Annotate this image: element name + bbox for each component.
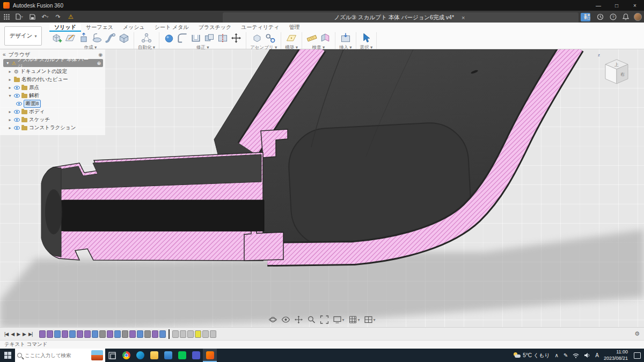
tab-sheet-metal[interactable]: シート メタル	[150, 23, 194, 32]
fit-icon[interactable]	[320, 315, 328, 324]
tab-utilities[interactable]: ユーティリティ	[236, 23, 284, 32]
model-viewport[interactable]: « ブラウザ ◉ ▾ ⚠ ノズル③ スカルプト 本体 バージ... ⊕ ▸ ⚙ …	[0, 49, 644, 327]
timeline-go-end-button[interactable]: ▶|	[28, 331, 32, 337]
timeline-feature[interactable]	[159, 330, 166, 338]
start-button[interactable]	[0, 349, 15, 362]
minimize-button[interactable]: —	[589, 0, 608, 11]
timeline-feature[interactable]	[202, 330, 209, 338]
new-component-icon[interactable]	[51, 32, 63, 44]
tab-surface[interactable]: サーフェス	[81, 23, 118, 32]
timeline-feature[interactable]	[122, 330, 128, 338]
timeline-feature[interactable]	[62, 330, 68, 338]
document-tab-close-icon[interactable]: ×	[459, 14, 467, 21]
redo-icon[interactable]: ↷	[52, 12, 64, 21]
tree-caret-icon[interactable]: ▸	[8, 69, 12, 74]
section-analysis-icon[interactable]	[319, 32, 331, 44]
sweep-icon[interactable]	[105, 32, 116, 44]
tree-caret-icon[interactable]: ▾	[5, 61, 10, 65]
job-status-icon[interactable]	[595, 12, 605, 21]
tree-caret-icon[interactable]: ▸	[8, 85, 12, 90]
timeline-options-icon[interactable]: ⚙	[634, 330, 640, 337]
maximize-button[interactable]: □	[608, 0, 626, 11]
browser-root-options-icon[interactable]: ⊕	[97, 61, 101, 66]
split-body-icon[interactable]	[217, 32, 229, 44]
visibility-eye-icon[interactable]	[14, 110, 20, 114]
joint-icon[interactable]	[265, 32, 276, 44]
timeline-feature[interactable]	[107, 330, 113, 338]
visibility-eye-icon[interactable]	[14, 94, 20, 98]
visibility-eye-icon[interactable]	[14, 86, 20, 90]
timeline-feature[interactable]	[92, 330, 98, 338]
extrude-icon[interactable]	[78, 32, 90, 44]
teams-app-icon[interactable]	[189, 349, 203, 362]
timeline-feature[interactable]	[172, 330, 179, 338]
move-copy-icon[interactable]	[230, 32, 242, 44]
help-icon[interactable]: ?	[608, 12, 618, 21]
visibility-eye-icon[interactable]	[16, 102, 22, 106]
tab-mesh[interactable]: メッシュ	[118, 23, 150, 32]
text-command-bar[interactable]: テキスト コマンド	[0, 340, 644, 349]
app-grid-icon[interactable]	[0, 12, 13, 21]
timeline-feature[interactable]	[137, 330, 143, 338]
taskbar-search[interactable]	[15, 349, 105, 362]
pan-icon[interactable]	[294, 315, 303, 324]
construction-plane-icon[interactable]	[286, 32, 297, 44]
tab-solid[interactable]: ソリッド	[49, 23, 81, 32]
hidden-icons-chevron[interactable]: ∧	[555, 352, 559, 358]
timeline-feature[interactable]	[39, 330, 46, 338]
selected-item[interactable]: 断面8	[24, 100, 41, 108]
document-tab[interactable]: ノズル③ スカルプト 本体 バージョン6完成 v4* ×	[223, 12, 579, 23]
file-explorer-icon[interactable]	[147, 349, 161, 362]
browser-item-origin[interactable]: ▸ 原点	[0, 84, 105, 92]
automate-icon[interactable]	[141, 32, 152, 44]
tree-caret-icon[interactable]: ▸	[8, 77, 12, 82]
shell-icon[interactable]	[190, 32, 202, 44]
grid-settings-icon[interactable]: ▾	[348, 315, 360, 324]
save-icon[interactable]	[26, 12, 39, 21]
measure-icon[interactable]	[306, 32, 318, 44]
orbit-icon[interactable]	[268, 315, 277, 324]
timeline-feature[interactable]	[129, 330, 136, 338]
timeline-feature[interactable]	[144, 330, 151, 338]
extensions-icon[interactable]	[582, 12, 592, 21]
view-cube[interactable]: z 上 右	[598, 53, 635, 90]
user-avatar[interactable]	[634, 13, 642, 21]
zoom-icon[interactable]	[307, 315, 316, 324]
edge-icon[interactable]	[133, 349, 147, 362]
timeline-feature-selected[interactable]	[195, 330, 201, 338]
press-pull-icon[interactable]	[163, 32, 175, 44]
tree-caret-icon[interactable]: ▸	[8, 125, 12, 130]
timeline-feature[interactable]	[69, 330, 76, 338]
search-input[interactable]	[25, 352, 89, 358]
visibility-eye-icon[interactable]	[14, 126, 20, 130]
browser-item-analysis[interactable]: ▾ 解析	[0, 92, 105, 100]
viewports-icon[interactable]: ▾	[364, 315, 376, 324]
browser-item-construction[interactable]: ▸ コンストラクション	[0, 124, 105, 132]
browser-options-icon[interactable]: ◉	[98, 52, 103, 57]
line-app-icon[interactable]	[175, 349, 189, 362]
browser-item-bodies[interactable]: ▸ ボディ	[0, 108, 105, 116]
browser-collapse-icon[interactable]: «	[3, 51, 6, 57]
timeline-playhead[interactable]	[169, 329, 170, 339]
tree-caret-icon[interactable]: ▾	[8, 93, 12, 98]
timeline-feature[interactable]	[99, 330, 106, 338]
close-button[interactable]: ×	[626, 0, 644, 11]
timeline-feature[interactable]	[187, 330, 194, 338]
undo-icon[interactable]: ↶▾	[39, 12, 52, 21]
visibility-eye-icon[interactable]	[14, 118, 20, 122]
timeline-step-back-button[interactable]: ◀	[11, 331, 14, 337]
browser-root-item[interactable]: ▾ ⚠ ノズル③ スカルプト 本体 バージ... ⊕	[3, 59, 103, 67]
workspace-selector[interactable]: デザイン ▾	[4, 26, 42, 46]
timeline-feature[interactable]	[47, 330, 53, 338]
volume-icon[interactable]	[584, 352, 590, 358]
chrome-icon[interactable]	[119, 349, 133, 362]
timeline-feature[interactable]	[210, 330, 216, 338]
fusion-360-taskbar-icon[interactable]	[203, 349, 217, 362]
notifications-icon[interactable]	[621, 12, 631, 21]
timeline-feature[interactable]	[77, 330, 83, 338]
fillet-icon[interactable]	[177, 32, 188, 44]
network-icon[interactable]	[573, 353, 579, 358]
search-highlight-image[interactable]	[91, 350, 103, 360]
timeline-feature[interactable]	[114, 330, 121, 338]
tab-manage[interactable]: 管理	[284, 23, 305, 32]
